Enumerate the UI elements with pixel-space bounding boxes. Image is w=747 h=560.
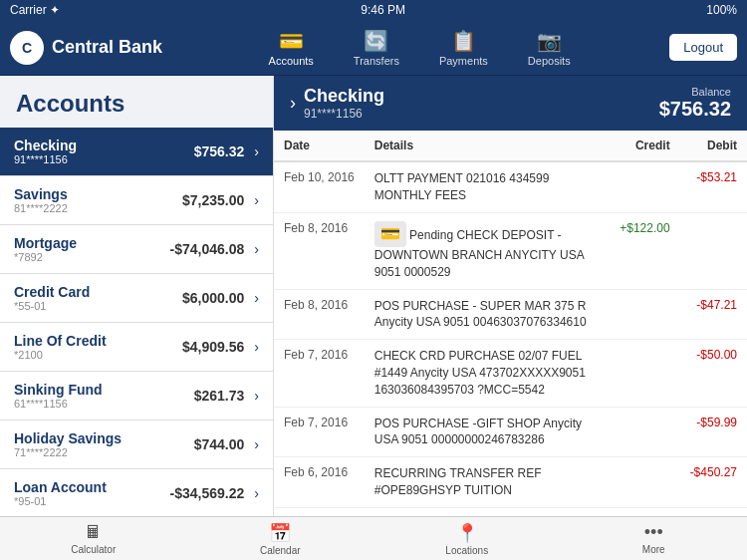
txn-date: Feb 7, 2016 bbox=[274, 407, 365, 457]
account-item[interactable]: Sinking Fund 61****1156 $261.73 › bbox=[0, 372, 273, 420]
account-chevron-icon: › bbox=[254, 339, 259, 355]
txn-detail: OLTT PAYMENT 021016 434599 MONTHLY FEES bbox=[365, 161, 600, 212]
bank-name: Central Bank bbox=[52, 37, 162, 58]
nav-tab-transfers[interactable]: 🔄Transfers bbox=[334, 23, 419, 73]
txn-debit bbox=[680, 212, 747, 289]
txn-credit: +$122.00 bbox=[600, 212, 679, 289]
account-info: Sinking Fund 61****1156 bbox=[14, 382, 194, 410]
account-info: Holiday Savings 71****2222 bbox=[14, 430, 194, 458]
account-name: Checking bbox=[14, 138, 194, 153]
account-chevron-icon: › bbox=[254, 436, 259, 452]
account-right: $4,909.56 › bbox=[182, 339, 259, 355]
account-chevron-icon: › bbox=[254, 143, 259, 159]
account-balance: -$74,046.08 bbox=[170, 241, 245, 257]
nav-tab-label: Payments bbox=[439, 55, 488, 67]
nav-tab-payments[interactable]: 📋Payments bbox=[419, 23, 508, 73]
account-list: Checking 91****1156 $756.32 › Savings 81… bbox=[0, 128, 273, 516]
account-info: Loan Account *95-01 bbox=[14, 479, 170, 507]
txn-credit bbox=[600, 457, 679, 508]
account-number: 71****2222 bbox=[14, 446, 194, 458]
nav-tab-accounts[interactable]: 💳Accounts bbox=[249, 23, 334, 73]
account-right: $261.73 › bbox=[194, 388, 259, 404]
txn-balance-amount: $756.32 bbox=[659, 98, 731, 121]
accounts-icon: 💳 bbox=[279, 29, 304, 53]
logout-button[interactable]: Logout bbox=[669, 34, 737, 61]
deposit-icon: 💳 bbox=[374, 221, 406, 247]
account-item[interactable]: Savings 81****2222 $7,235.00 › bbox=[0, 176, 273, 225]
locations-icon: 📍 bbox=[456, 522, 478, 544]
account-balance: -$34,569.22 bbox=[170, 485, 245, 501]
account-info: Credit Card *55-01 bbox=[14, 284, 182, 312]
bottom-tab-label: Calendar bbox=[260, 545, 301, 556]
txn-header-left: › Checking 91****1156 bbox=[290, 86, 384, 121]
account-info: Savings 81****2222 bbox=[14, 186, 182, 214]
account-right: $744.00 › bbox=[194, 436, 259, 452]
txn-debit: -$38.45 bbox=[680, 507, 747, 516]
account-right: -$74,046.08 › bbox=[170, 241, 259, 257]
txn-detail: CHECK #999 TRANS 02/05 THAI RESTAURANT O… bbox=[365, 507, 600, 516]
account-right: $6,000.00 › bbox=[182, 290, 259, 306]
account-item[interactable]: Loan Account *95-01 -$34,569.22 › bbox=[0, 469, 273, 516]
table-row: Feb 7, 2016 CHECK CRD PURCHASE 02/07 FUE… bbox=[274, 340, 747, 407]
table-row: Feb 5, 2016 CHECK #999 TRANS 02/05 THAI … bbox=[274, 507, 747, 516]
txn-date: Feb 6, 2016 bbox=[274, 457, 365, 508]
transfers-icon: 🔄 bbox=[364, 29, 388, 53]
sidebar-title: Accounts bbox=[0, 76, 273, 128]
account-balance: $756.32 bbox=[194, 143, 245, 159]
account-name: Mortgage bbox=[14, 235, 170, 251]
bottom-tab-more[interactable]: •••More bbox=[561, 522, 748, 555]
nav-tab-deposits[interactable]: 📷Deposits bbox=[508, 23, 591, 73]
account-name: Holiday Savings bbox=[14, 430, 194, 446]
bottom-tab-locations[interactable]: 📍Locations bbox=[374, 522, 561, 556]
account-item[interactable]: Checking 91****1156 $756.32 › bbox=[0, 128, 273, 176]
txn-detail: CHECK CRD PURCHASE 02/07 FUEL #1449 Anyc… bbox=[365, 340, 600, 407]
txn-date: Feb 8, 2016 bbox=[274, 212, 365, 289]
col-date: Date bbox=[274, 131, 365, 161]
account-balance: $6,000.00 bbox=[182, 290, 244, 306]
deposits-icon: 📷 bbox=[537, 29, 562, 53]
txn-date: Feb 5, 2016 bbox=[274, 507, 365, 516]
transaction-table: Date Details Credit Debit Feb 10, 2016 O… bbox=[274, 131, 747, 516]
account-item[interactable]: Mortgage *7892 -$74,046.08 › bbox=[0, 225, 273, 274]
nav-tab-label: Accounts bbox=[269, 55, 314, 67]
bank-logo-icon: C bbox=[10, 31, 44, 65]
txn-date: Feb 7, 2016 bbox=[274, 340, 365, 407]
bottom-tab-calculator[interactable]: 🖩Calculator bbox=[0, 522, 187, 555]
bottom-tab-label: Locations bbox=[445, 545, 488, 556]
account-number: 61****1156 bbox=[14, 398, 194, 410]
account-chevron-icon: › bbox=[254, 241, 259, 257]
account-info: Line Of Credit *2100 bbox=[14, 333, 182, 361]
account-name: Line Of Credit bbox=[14, 333, 182, 349]
account-right: -$34,569.22 › bbox=[170, 485, 259, 501]
col-details: Details bbox=[365, 131, 600, 161]
txn-balance-label: Balance bbox=[659, 86, 731, 98]
account-item[interactable]: Holiday Savings 71****2222 $744.00 › bbox=[0, 420, 273, 469]
txn-credit bbox=[600, 340, 679, 407]
txn-detail: RECURRING TRANSFER REF #OPE89GHSYP TUITI… bbox=[365, 457, 600, 508]
logo-area: C Central Bank bbox=[10, 31, 169, 65]
txn-detail: POS PURCHASE - SUPER MAR 375 R Anycity U… bbox=[365, 289, 600, 340]
txn-account-number: 91****1156 bbox=[304, 107, 384, 121]
account-name: Savings bbox=[14, 186, 182, 202]
col-debit: Debit bbox=[680, 131, 747, 161]
main-content: Accounts Checking 91****1156 $756.32 › S… bbox=[0, 76, 747, 516]
account-info: Mortgage *7892 bbox=[14, 235, 170, 263]
account-number: *95-01 bbox=[14, 495, 170, 507]
bottom-bar: 🖩Calculator📅Calendar📍Locations•••More bbox=[0, 516, 747, 560]
txn-debit: -$53.21 bbox=[680, 161, 747, 212]
account-balance: $744.00 bbox=[194, 436, 245, 452]
txn-detail: POS PURCHASE -GIFT SHOP Anycity USA 9051… bbox=[365, 407, 600, 457]
account-name: Credit Card bbox=[14, 284, 182, 300]
txn-expand-icon[interactable]: › bbox=[290, 93, 296, 114]
bottom-tab-calendar[interactable]: 📅Calendar bbox=[187, 522, 374, 556]
account-item[interactable]: Credit Card *55-01 $6,000.00 › bbox=[0, 274, 273, 323]
account-balance: $261.73 bbox=[194, 388, 245, 404]
bottom-tab-label: More bbox=[642, 544, 665, 555]
clock: 9:46 PM bbox=[361, 3, 405, 17]
col-credit: Credit bbox=[600, 131, 679, 161]
account-item[interactable]: Line Of Credit *2100 $4,909.56 › bbox=[0, 323, 273, 372]
transactions-panel: › Checking 91****1156 Balance $756.32 Da… bbox=[274, 76, 747, 516]
payments-icon: 📋 bbox=[451, 29, 476, 53]
account-info: Checking 91****1156 bbox=[14, 138, 194, 165]
transaction-rows: Feb 10, 2016 OLTT PAYMENT 021016 434599 … bbox=[274, 161, 747, 516]
